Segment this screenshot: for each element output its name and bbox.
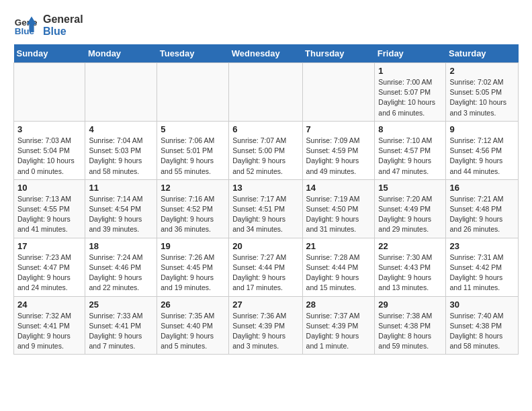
calendar-cell: 22Sunrise: 7:30 AM Sunset: 4:43 PM Dayli… xyxy=(375,238,446,296)
day-info: Sunrise: 7:28 AM Sunset: 4:44 PM Dayligh… xyxy=(306,253,371,293)
calendar-cell: 4Sunrise: 7:04 AM Sunset: 5:03 PM Daylig… xyxy=(85,121,157,179)
calendar-cell: 18Sunrise: 7:24 AM Sunset: 4:46 PM Dayli… xyxy=(85,238,157,296)
calendar-table: SundayMondayTuesdayWednesdayThursdayFrid… xyxy=(13,44,519,355)
calendar-cell xyxy=(85,63,157,122)
day-number: 11 xyxy=(89,183,153,193)
day-number: 7 xyxy=(306,124,371,134)
day-info: Sunrise: 7:00 AM Sunset: 5:07 PM Dayligh… xyxy=(378,77,442,118)
day-number: 20 xyxy=(232,241,298,251)
day-info: Sunrise: 7:12 AM Sunset: 4:56 PM Dayligh… xyxy=(449,136,515,177)
calendar-cell: 3Sunrise: 7:03 AM Sunset: 5:04 PM Daylig… xyxy=(14,121,85,179)
day-info: Sunrise: 7:16 AM Sunset: 4:52 PM Dayligh… xyxy=(161,194,225,235)
weekday-friday: Friday xyxy=(375,44,446,63)
calendar-cell: 14Sunrise: 7:19 AM Sunset: 4:50 PM Dayli… xyxy=(302,179,375,238)
day-number: 22 xyxy=(378,241,442,251)
calendar-cell: 24Sunrise: 7:32 AM Sunset: 4:41 PM Dayli… xyxy=(14,296,85,355)
calendar-cell: 2Sunrise: 7:02 AM Sunset: 5:05 PM Daylig… xyxy=(446,63,519,122)
calendar-cell: 27Sunrise: 7:36 AM Sunset: 4:39 PM Dayli… xyxy=(229,296,302,355)
calendar-cell: 12Sunrise: 7:16 AM Sunset: 4:52 PM Dayli… xyxy=(157,179,229,238)
calendar-cell: 15Sunrise: 7:20 AM Sunset: 4:49 PM Dayli… xyxy=(375,179,446,238)
weekday-monday: Monday xyxy=(85,44,157,63)
weekday-sunday: Sunday xyxy=(14,44,85,63)
day-info: Sunrise: 7:33 AM Sunset: 4:41 PM Dayligh… xyxy=(89,311,153,352)
calendar-cell: 26Sunrise: 7:35 AM Sunset: 4:40 PM Dayli… xyxy=(157,296,229,355)
calendar-cell: 7Sunrise: 7:09 AM Sunset: 4:59 PM Daylig… xyxy=(302,121,375,179)
calendar-cell: 10Sunrise: 7:13 AM Sunset: 4:55 PM Dayli… xyxy=(14,179,85,238)
day-number: 12 xyxy=(161,183,225,193)
day-info: Sunrise: 7:30 AM Sunset: 4:43 PM Dayligh… xyxy=(378,253,442,293)
logo-general: General xyxy=(43,13,83,26)
day-info: Sunrise: 7:26 AM Sunset: 4:45 PM Dayligh… xyxy=(161,253,225,293)
calendar-week-2: 3Sunrise: 7:03 AM Sunset: 5:04 PM Daylig… xyxy=(14,121,519,179)
calendar-cell: 9Sunrise: 7:12 AM Sunset: 4:56 PM Daylig… xyxy=(446,121,519,179)
calendar-cell xyxy=(14,63,85,122)
day-number: 16 xyxy=(449,183,515,193)
day-info: Sunrise: 7:38 AM Sunset: 4:38 PM Dayligh… xyxy=(378,311,442,352)
calendar-cell xyxy=(302,63,375,122)
calendar-week-3: 10Sunrise: 7:13 AM Sunset: 4:55 PM Dayli… xyxy=(14,179,519,238)
calendar-cell: 5Sunrise: 7:06 AM Sunset: 5:01 PM Daylig… xyxy=(157,121,229,179)
day-number: 21 xyxy=(306,241,371,251)
day-info: Sunrise: 7:06 AM Sunset: 5:01 PM Dayligh… xyxy=(161,136,225,177)
day-number: 10 xyxy=(17,183,81,193)
calendar-cell xyxy=(157,63,229,122)
day-number: 13 xyxy=(232,183,298,193)
day-number: 28 xyxy=(306,300,371,310)
day-number: 18 xyxy=(89,241,153,251)
day-number: 8 xyxy=(378,124,442,134)
calendar-cell: 21Sunrise: 7:28 AM Sunset: 4:44 PM Dayli… xyxy=(302,238,375,296)
calendar-cell xyxy=(229,63,302,122)
calendar-cell: 13Sunrise: 7:17 AM Sunset: 4:51 PM Dayli… xyxy=(229,179,302,238)
day-number: 29 xyxy=(378,300,442,310)
calendar-cell: 30Sunrise: 7:40 AM Sunset: 4:38 PM Dayli… xyxy=(446,296,519,355)
day-number: 19 xyxy=(161,241,225,251)
calendar-week-5: 24Sunrise: 7:32 AM Sunset: 4:41 PM Dayli… xyxy=(14,296,519,355)
day-number: 3 xyxy=(17,124,81,134)
day-info: Sunrise: 7:23 AM Sunset: 4:47 PM Dayligh… xyxy=(17,253,81,293)
day-info: Sunrise: 7:17 AM Sunset: 4:51 PM Dayligh… xyxy=(232,194,298,235)
day-info: Sunrise: 7:02 AM Sunset: 5:05 PM Dayligh… xyxy=(449,77,515,118)
day-number: 5 xyxy=(161,124,225,134)
calendar-week-1: 1Sunrise: 7:00 AM Sunset: 5:07 PM Daylig… xyxy=(14,63,519,122)
logo-blue: Blue xyxy=(43,26,83,38)
calendar-cell: 25Sunrise: 7:33 AM Sunset: 4:41 PM Dayli… xyxy=(85,296,157,355)
calendar-cell: 28Sunrise: 7:37 AM Sunset: 4:39 PM Dayli… xyxy=(302,296,375,355)
calendar-cell: 1Sunrise: 7:00 AM Sunset: 5:07 PM Daylig… xyxy=(375,63,446,122)
weekday-header-row: SundayMondayTuesdayWednesdayThursdayFrid… xyxy=(14,44,519,63)
day-info: Sunrise: 7:40 AM Sunset: 4:38 PM Dayligh… xyxy=(449,311,515,352)
calendar-cell: 6Sunrise: 7:07 AM Sunset: 5:00 PM Daylig… xyxy=(229,121,302,179)
day-info: Sunrise: 7:14 AM Sunset: 4:54 PM Dayligh… xyxy=(89,194,153,235)
calendar-cell: 11Sunrise: 7:14 AM Sunset: 4:54 PM Dayli… xyxy=(85,179,157,238)
day-info: Sunrise: 7:10 AM Sunset: 4:57 PM Dayligh… xyxy=(378,136,442,177)
day-info: Sunrise: 7:21 AM Sunset: 4:48 PM Dayligh… xyxy=(449,194,515,235)
calendar-cell: 17Sunrise: 7:23 AM Sunset: 4:47 PM Dayli… xyxy=(14,238,85,296)
day-number: 23 xyxy=(449,241,515,251)
page-header: General Blue General Blue xyxy=(13,13,519,38)
day-number: 14 xyxy=(306,183,371,193)
day-info: Sunrise: 7:09 AM Sunset: 4:59 PM Dayligh… xyxy=(306,136,371,177)
day-info: Sunrise: 7:35 AM Sunset: 4:40 PM Dayligh… xyxy=(161,311,225,352)
day-info: Sunrise: 7:27 AM Sunset: 4:44 PM Dayligh… xyxy=(232,253,298,293)
day-info: Sunrise: 7:36 AM Sunset: 4:39 PM Dayligh… xyxy=(232,311,298,352)
day-info: Sunrise: 7:19 AM Sunset: 4:50 PM Dayligh… xyxy=(306,194,371,235)
day-info: Sunrise: 7:37 AM Sunset: 4:39 PM Dayligh… xyxy=(306,311,371,352)
weekday-tuesday: Tuesday xyxy=(157,44,229,63)
calendar-cell: 29Sunrise: 7:38 AM Sunset: 4:38 PM Dayli… xyxy=(375,296,446,355)
day-number: 6 xyxy=(232,124,298,134)
day-info: Sunrise: 7:32 AM Sunset: 4:41 PM Dayligh… xyxy=(17,311,81,352)
weekday-thursday: Thursday xyxy=(302,44,375,63)
day-info: Sunrise: 7:03 AM Sunset: 5:04 PM Dayligh… xyxy=(17,136,81,177)
day-info: Sunrise: 7:24 AM Sunset: 4:46 PM Dayligh… xyxy=(89,253,153,293)
calendar-cell: 16Sunrise: 7:21 AM Sunset: 4:48 PM Dayli… xyxy=(446,179,519,238)
day-number: 24 xyxy=(17,300,81,310)
calendar-cell: 23Sunrise: 7:31 AM Sunset: 4:42 PM Dayli… xyxy=(446,238,519,296)
day-number: 30 xyxy=(449,300,515,310)
day-number: 2 xyxy=(449,66,515,76)
calendar-cell: 20Sunrise: 7:27 AM Sunset: 4:44 PM Dayli… xyxy=(229,238,302,296)
day-number: 17 xyxy=(17,241,81,251)
day-info: Sunrise: 7:13 AM Sunset: 4:55 PM Dayligh… xyxy=(17,194,81,235)
day-info: Sunrise: 7:20 AM Sunset: 4:49 PM Dayligh… xyxy=(378,194,442,235)
day-number: 1 xyxy=(378,66,442,76)
calendar-cell: 19Sunrise: 7:26 AM Sunset: 4:45 PM Dayli… xyxy=(157,238,229,296)
logo: General Blue General Blue xyxy=(13,13,83,38)
